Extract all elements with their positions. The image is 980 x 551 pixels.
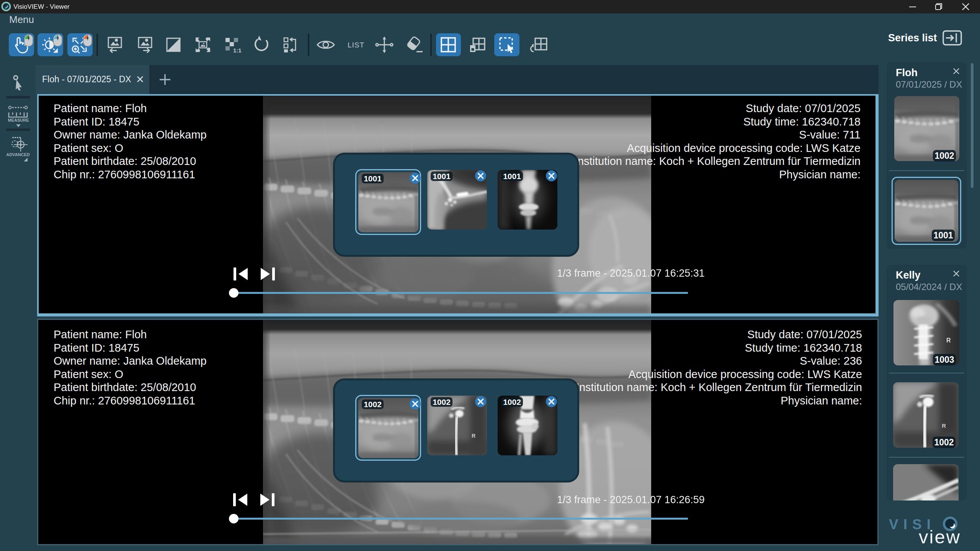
svg-text:1:1: 1:1 bbox=[233, 47, 242, 54]
